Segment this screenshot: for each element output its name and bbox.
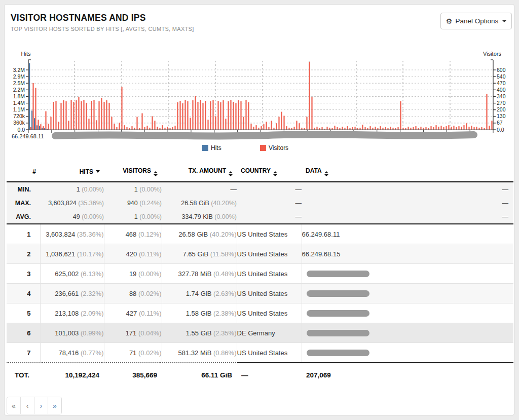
summary-tx-cell: 26.58 GiB (40.20%): [162, 196, 237, 210]
first-page-button[interactable]: «: [7, 397, 20, 414]
summary-tx-cell: 334.79 KiB (0.00%): [162, 210, 237, 224]
table-totals: TOT.10,192,424385,66966.11 GiB—207,069: [7, 363, 513, 387]
value: 49: [73, 213, 80, 220]
svg-text:130: 130: [497, 113, 506, 119]
sort-up-arrow: [273, 171, 277, 173]
tx-cell: 7.65 GiB (11.58%): [162, 244, 237, 264]
summary-data-cell: —: [302, 182, 513, 196]
redacted-host-blob: [307, 271, 369, 277]
visitors-cell: 427 (0.11%): [104, 303, 162, 323]
hosts-bar-chart: 0.0360k720k1.1M1.4M1.8M2.2M2.5M2.9M3.2M0…: [5, 51, 514, 158]
redacted-host-blob: [307, 290, 369, 297]
sort-down-arrow: [154, 174, 158, 176]
totals-row: TOT.10,192,424385,66966.11 GiB—207,069: [7, 363, 513, 387]
column-header-visitors[interactable]: VISITORS: [104, 162, 162, 182]
country-cell: US United States: [237, 244, 302, 264]
svg-text:270: 270: [497, 100, 506, 106]
percentage: (2.63%): [213, 290, 237, 297]
right-axis-title: Visitors: [483, 51, 501, 57]
column-header-country[interactable]: COUNTRY: [237, 162, 302, 182]
sort-icon: [229, 171, 233, 176]
column-header-label: #: [32, 168, 36, 175]
panel-options-button[interactable]: ⚙ Panel Options: [440, 13, 512, 29]
percentage: (2.32%): [81, 290, 104, 297]
next-page-button[interactable]: ›: [34, 397, 48, 414]
hits-cell: 101,003 (0.99%): [40, 323, 104, 343]
totals-tx: 66.11 GiB: [162, 363, 237, 387]
svg-text:2.5M: 2.5M: [13, 80, 25, 86]
column-header-hits[interactable]: HITS: [40, 162, 104, 182]
sort-down-arrow: [229, 174, 233, 176]
summary-row-label: MIN.: [7, 182, 40, 196]
tx-cell: 1.58 GiB (2.38%): [162, 303, 237, 323]
svg-text:0.0: 0.0: [497, 127, 504, 133]
value: 427: [126, 310, 137, 317]
summary-country-cell: —: [237, 196, 302, 210]
svg-text:1.1M: 1.1M: [13, 106, 25, 112]
data-cell: [302, 264, 513, 284]
country-cell: US United States: [237, 303, 302, 323]
svg-text:540: 540: [497, 73, 506, 80]
sort-up-arrow: [229, 171, 233, 173]
sort-icon: [324, 171, 328, 176]
redacted-host-blob: [307, 330, 369, 336]
summary-data-cell: —: [302, 210, 513, 224]
data-cell: 66.249.68.15: [302, 244, 513, 264]
data-cell: 66.249.68.11: [302, 224, 513, 244]
country-cell: US United States: [237, 264, 302, 284]
panel-options-label: Panel Options: [455, 17, 498, 25]
column-header-label: TX. AMOUNT: [189, 167, 226, 174]
sort-icon: [273, 171, 277, 176]
summary-row-label: AVG.: [7, 210, 40, 224]
page-title: VISITOR HOSTNAMES AND IPS: [7, 13, 146, 23]
prev-page-button[interactable]: ‹: [20, 397, 34, 414]
svg-text:470: 470: [497, 80, 506, 86]
visitors-cell: 171 (0.04%): [104, 323, 162, 343]
country-cell: US United States: [237, 224, 302, 244]
percentage: (40.20%): [210, 231, 237, 238]
visitors-cell: 88 (0.02%): [104, 284, 162, 303]
tx-cell: 581.32 MiB (0.86%): [162, 343, 237, 363]
panel-subtitle: TOP VISITOR HOSTS SORTED BY HITS [, AVGT…: [7, 26, 194, 32]
value: 88: [129, 290, 136, 297]
sort-up-arrow: [324, 171, 328, 173]
legend-label-hits: Hits: [211, 144, 221, 151]
sort-up-arrow: [154, 171, 158, 173]
percentage: (40.20%): [211, 200, 237, 207]
summary-row-label: MAX.: [7, 196, 40, 210]
value: 1,036,621: [46, 250, 75, 258]
column-header-tx-amount[interactable]: TX. AMOUNT: [162, 162, 237, 182]
country-cell: US United States: [237, 284, 302, 303]
percentage: (0.86%): [213, 349, 237, 357]
row-index: 2: [7, 244, 40, 264]
summary-visitors-cell: 940 (0.24%): [104, 196, 162, 210]
column-header-label: DATA: [306, 167, 322, 174]
percentage: (0.99%): [81, 329, 104, 337]
header-row: #HITSVISITORSTX. AMOUNTCOUNTRYDATA: [7, 162, 513, 182]
value: 71: [129, 349, 136, 357]
hits-cell: 625,002 (6.13%): [40, 264, 104, 284]
visitor-hosts-panel: VISITOR HOSTNAMES AND IPS TOP VISITOR HO…: [4, 4, 514, 415]
percentage: (10.17%): [77, 250, 104, 258]
summary-country-cell: —: [237, 182, 302, 196]
percentage: (0.12%): [138, 231, 162, 238]
row-index: 5: [7, 303, 40, 323]
country-cell: US United States: [237, 343, 302, 363]
value: 1.55 GiB: [186, 329, 212, 337]
chart-svg: 0.0360k720k1.1M1.4M1.8M2.2M2.5M2.9M3.2M0…: [5, 51, 514, 158]
value: 19: [129, 270, 136, 278]
percentage: (0.00%): [214, 213, 237, 220]
percentage: (0.00%): [82, 186, 104, 193]
bars[interactable]: [29, 62, 493, 130]
gear-icon: ⚙: [446, 18, 453, 25]
tx-cell: 26.58 GiB (40.20%): [162, 224, 237, 244]
sort-down-arrow: [324, 174, 328, 176]
column-header-data[interactable]: DATA: [302, 162, 513, 182]
value: 1: [134, 186, 138, 193]
last-page-button[interactable]: »: [48, 397, 61, 414]
table-row: 778,416 (0.77%)71 (0.02%)581.32 MiB (0.8…: [7, 343, 513, 363]
svg-text:67: 67: [497, 120, 503, 126]
svg-text:600: 600: [497, 67, 506, 73]
svg-text:2.2M: 2.2M: [13, 87, 25, 93]
table-row: 4236,661 (2.32%)88 (0.02%)1.74 GiB (2.63…: [7, 284, 513, 303]
